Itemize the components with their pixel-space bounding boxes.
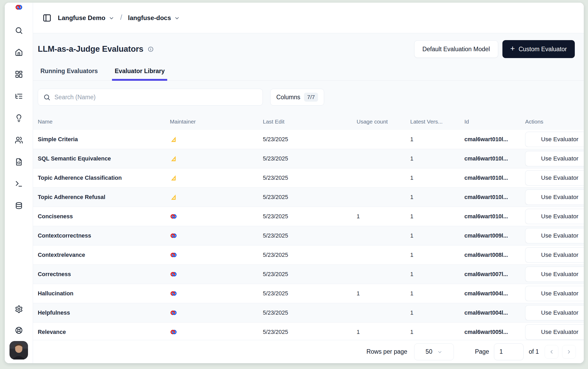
main-area: Langfuse Demo / langfuse-docs LLM-as-a-J… (33, 3, 584, 363)
ruler-triangle-icon (170, 174, 177, 182)
page-of-label: of 1 (529, 348, 539, 355)
home-icon (15, 48, 23, 56)
maintainer-cell (170, 271, 263, 278)
table-row[interactable]: Topic Adherence Classification5/23/20251… (33, 168, 584, 188)
sidebar-item-lightbulb[interactable] (14, 113, 23, 122)
column-header-last-edit: Last Edit (263, 119, 357, 125)
langfuse-knot-icon (170, 251, 177, 259)
panel-left-icon (43, 13, 52, 22)
table-row[interactable]: Contextrelevance5/23/20251cmal6wart008l.… (33, 245, 584, 265)
previous-page-button[interactable] (545, 345, 558, 359)
evaluator-id: cmal6wart005l... (464, 329, 525, 335)
actions-cell: Use Evaluator (525, 286, 584, 301)
use-evaluator-button[interactable]: Use Evaluator (525, 170, 584, 186)
sidebar-item-file-code[interactable] (14, 157, 23, 166)
sidebar-item-search[interactable] (14, 26, 23, 35)
chevron-down-icon (437, 349, 442, 355)
evaluator-name: Helpfulness (38, 310, 170, 316)
app-window: Langfuse Demo / langfuse-docs LLM-as-a-J… (5, 3, 584, 363)
sidebar-item-dashboard-grid[interactable] (14, 70, 23, 79)
table-row[interactable]: SQL Semantic Equivalence5/23/20251cmal6w… (33, 149, 584, 168)
use-evaluator-button[interactable]: Use Evaluator (525, 247, 584, 263)
evaluator-id: cmal6wart010l... (464, 213, 525, 220)
last-edit-date: 5/23/2025 (263, 194, 357, 201)
sidebar-item-home[interactable] (14, 48, 23, 57)
evaluator-name: Hallucination (38, 290, 170, 297)
tab-running-evaluators[interactable]: Running Evaluators (38, 63, 100, 81)
table-row[interactable]: Contextcorrectness5/23/20251cmal6wart009… (33, 226, 584, 245)
evaluator-id: cmal6wart004l... (464, 310, 525, 316)
use-evaluator-button[interactable]: Use Evaluator (525, 228, 584, 243)
evaluator-id: cmal6wart008l... (464, 252, 525, 258)
table-row[interactable]: Topic Adherence Refusal5/23/20251cmal6wa… (33, 188, 584, 207)
sidebar-item-lifebuoy[interactable] (14, 326, 23, 335)
default-evaluation-model-button[interactable]: Default Evaluation Model (414, 40, 498, 58)
sidebar-item-database[interactable] (14, 201, 23, 210)
sidebar-item-users[interactable] (14, 135, 23, 144)
table-row[interactable]: Conciseness5/23/202511cmal6wart010l...Us… (33, 207, 584, 226)
org-switcher[interactable]: Langfuse Demo (58, 14, 114, 22)
actions-cell: Use Evaluator (525, 170, 584, 186)
sidebar-toggle-button[interactable] (42, 13, 52, 23)
search-input[interactable] (54, 94, 257, 101)
sidebar-item-gear[interactable] (14, 305, 23, 314)
use-evaluator-button[interactable]: Use Evaluator (525, 267, 584, 282)
org-name: Langfuse Demo (58, 14, 105, 22)
breadcrumb-separator: / (120, 13, 122, 22)
ruler-triangle-icon (170, 136, 177, 143)
search-icon (43, 94, 50, 101)
last-edit-date: 5/23/2025 (263, 213, 357, 220)
evaluator-id: cmal6wart010l... (464, 136, 525, 143)
avatar-photo (10, 341, 28, 359)
columns-button[interactable]: Columns 7/7 (270, 89, 324, 106)
latest-version: 1 (410, 213, 464, 220)
usage-count: 1 (357, 329, 410, 335)
project-switcher[interactable]: langfuse-docs (128, 14, 180, 22)
topbar: Langfuse Demo / langfuse-docs (33, 3, 584, 33)
use-evaluator-button[interactable]: Use Evaluator (525, 286, 584, 301)
maintainer-cell (170, 232, 263, 239)
langfuse-knot-icon (15, 3, 23, 11)
table-row[interactable]: Correctness5/23/20251cmal6wart007l...Use… (33, 265, 584, 284)
tab-evaluator-library[interactable]: Evaluator Library (112, 63, 167, 81)
use-evaluator-button[interactable]: Use Evaluator (525, 190, 584, 205)
use-evaluator-button[interactable]: Use Evaluator (525, 324, 584, 340)
page-label: Page (475, 348, 489, 355)
user-avatar[interactable] (10, 341, 28, 359)
actions-cell: Use Evaluator (525, 209, 584, 224)
sidebar-item-list-tree[interactable] (14, 92, 23, 101)
langfuse-knot-icon (170, 328, 177, 336)
maintainer-cell (170, 328, 263, 336)
ruler-triangle-icon (170, 193, 177, 201)
page-content: LLM-as-a-Judge Evaluators Default Evalua… (33, 33, 584, 363)
use-evaluator-button[interactable]: Use Evaluator (525, 209, 584, 224)
table-row[interactable]: Helpfulness5/23/20251cmal6wart004l...Use… (33, 303, 584, 323)
table-row[interactable]: Hallucination5/23/202511cmal6wart004l...… (33, 284, 584, 303)
actions-cell: Use Evaluator (525, 247, 584, 263)
latest-version: 1 (410, 194, 464, 201)
users-icon (15, 136, 23, 144)
table-row[interactable]: Simple Criteria5/23/20251cmal6wart010l..… (33, 130, 584, 149)
pagination-bar: Rows per page 50 Page of 1 (33, 340, 584, 363)
evaluator-name: Topic Adherence Classification (38, 175, 170, 181)
latest-version: 1 (410, 271, 464, 278)
use-evaluator-button[interactable]: Use Evaluator (525, 132, 584, 147)
evaluator-id: cmal6wart009l... (464, 233, 525, 239)
langfuse-logo[interactable] (14, 3, 23, 12)
use-evaluator-button[interactable]: Use Evaluator (525, 151, 584, 166)
column-header-actions: Actions (525, 119, 584, 125)
custom-evaluator-button[interactable]: + Custom Evaluator (502, 40, 575, 58)
latest-version: 1 (410, 252, 464, 258)
latest-version: 1 (410, 329, 464, 335)
sidebar-item-terminal[interactable] (14, 179, 23, 188)
table-row[interactable]: Relevance5/23/202511cmal6wart005l...Use … (33, 323, 584, 340)
last-edit-date: 5/23/2025 (263, 271, 357, 278)
last-edit-date: 5/23/2025 (263, 233, 357, 239)
info-icon[interactable] (148, 46, 154, 52)
rows-per-page-select[interactable]: 50 (414, 343, 454, 360)
next-page-button[interactable] (562, 345, 576, 359)
use-evaluator-button[interactable]: Use Evaluator (525, 305, 584, 320)
page-number-input[interactable] (494, 343, 524, 360)
column-header-usage-count: Usage count (357, 119, 410, 125)
page-header: LLM-as-a-Judge Evaluators Default Evalua… (33, 33, 584, 60)
